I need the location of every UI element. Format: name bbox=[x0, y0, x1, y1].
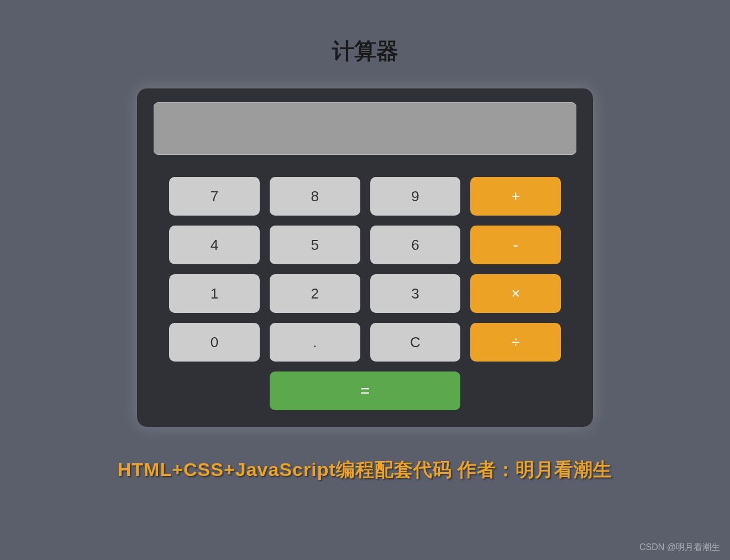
digit-5-button[interactable]: 5 bbox=[270, 226, 360, 264]
digit-6-button[interactable]: 6 bbox=[370, 226, 461, 264]
digit-2-button[interactable]: 2 bbox=[270, 274, 360, 313]
page-title: 计算器 bbox=[332, 36, 398, 66]
digit-3-button[interactable]: 3 bbox=[370, 274, 461, 313]
digit-4-button[interactable]: 4 bbox=[169, 226, 260, 264]
divide-button[interactable]: ÷ bbox=[470, 323, 561, 362]
digit-0-button[interactable]: 0 bbox=[169, 323, 260, 362]
digit-9-button[interactable]: 9 bbox=[370, 177, 461, 216]
plus-button[interactable]: + bbox=[470, 177, 561, 216]
digit-8-button[interactable]: 8 bbox=[270, 177, 360, 216]
decimal-button[interactable]: . bbox=[270, 323, 360, 362]
calculator-container: 7 8 9 + 4 5 6 - 1 2 3 × 0 . C ÷ = bbox=[137, 88, 593, 427]
spacer bbox=[470, 371, 561, 410]
equals-button[interactable]: = bbox=[270, 371, 461, 410]
calculator-display bbox=[154, 102, 576, 155]
digit-7-button[interactable]: 7 bbox=[169, 177, 260, 216]
watermark-text: CSDN @明月看潮生 bbox=[639, 542, 720, 553]
minus-button[interactable]: - bbox=[470, 226, 561, 264]
digit-1-button[interactable]: 1 bbox=[169, 274, 260, 313]
multiply-button[interactable]: × bbox=[470, 274, 561, 313]
clear-button[interactable]: C bbox=[370, 323, 461, 362]
spacer bbox=[169, 371, 260, 410]
button-grid: 7 8 9 + 4 5 6 - 1 2 3 × 0 . C ÷ = bbox=[154, 177, 576, 410]
footer-caption: HTML+CSS+JavaScript编程配套代码 作者：明月看潮生 bbox=[118, 457, 612, 483]
